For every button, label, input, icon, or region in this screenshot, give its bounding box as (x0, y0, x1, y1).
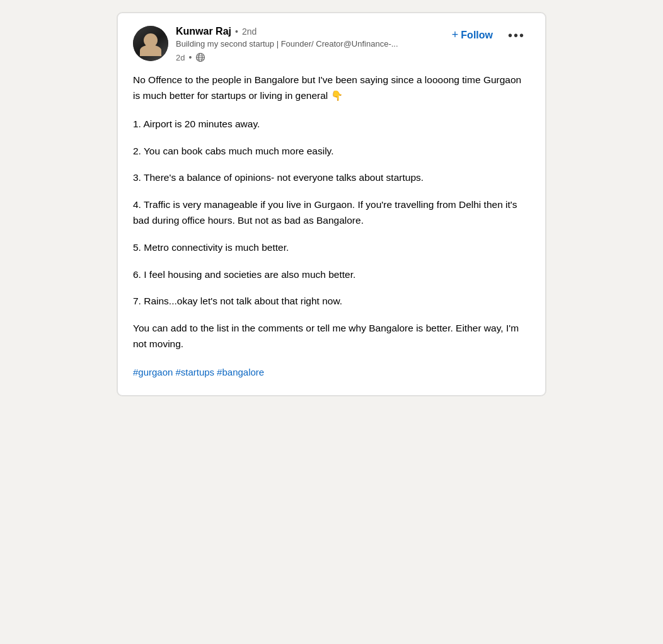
header-actions: + Follow ••• (447, 26, 530, 44)
follow-plus-icon: + (452, 28, 459, 42)
post-point-5: 5. Metro connectivity is much better. (133, 240, 530, 256)
post-point-1: 1. Airport is 20 minutes away. (133, 117, 530, 132)
post-point-6: 6. I feel housing and societies are also… (133, 267, 530, 283)
hashtag-bangalore[interactable]: #bangalore (217, 365, 264, 380)
user-name-row: Kunwar Raj • 2nd (176, 26, 398, 37)
hashtag-startups[interactable]: #startups (175, 365, 214, 380)
post-point-7: 7. Rains...okay let's not talk about tha… (133, 294, 530, 309)
hashtag-gurgaon[interactable]: #gurgaon (133, 365, 173, 380)
follow-button[interactable]: + Follow (447, 26, 498, 44)
post-time: 2d (176, 53, 185, 62)
user-info-section: Kunwar Raj • 2nd Building my second star… (133, 26, 398, 62)
user-name[interactable]: Kunwar Raj (176, 26, 231, 37)
meta-separator: • (188, 52, 192, 62)
follow-label: Follow (461, 30, 493, 41)
separator: • (235, 26, 238, 37)
connection-degree: 2nd (242, 26, 257, 37)
post-card: Kunwar Raj • 2nd Building my second star… (117, 13, 546, 396)
post-meta: 2d • (176, 52, 398, 62)
post-point-4: 4. Traffic is very manageable if you liv… (133, 197, 530, 229)
post-intro: No Offence to the people in Bangalore bu… (133, 72, 530, 104)
more-options-button[interactable]: ••• (503, 26, 530, 44)
post-conclusion: You can add to the list in the comments … (133, 321, 530, 352)
user-details: Kunwar Raj • 2nd Building my second star… (176, 26, 398, 62)
user-headline: Building my second startup | Founder/ Cr… (176, 38, 398, 50)
post-point-3: 3. There's a balance of opinions- not ev… (133, 170, 530, 186)
globe-icon (195, 52, 205, 62)
hashtags: #gurgaon #startups #bangalore (133, 365, 530, 380)
post-content: No Offence to the people in Bangalore bu… (133, 72, 530, 380)
post-header: Kunwar Raj • 2nd Building my second star… (133, 26, 530, 62)
post-point-2: 2. You can book cabs much much more easi… (133, 144, 530, 159)
avatar[interactable] (133, 26, 168, 61)
